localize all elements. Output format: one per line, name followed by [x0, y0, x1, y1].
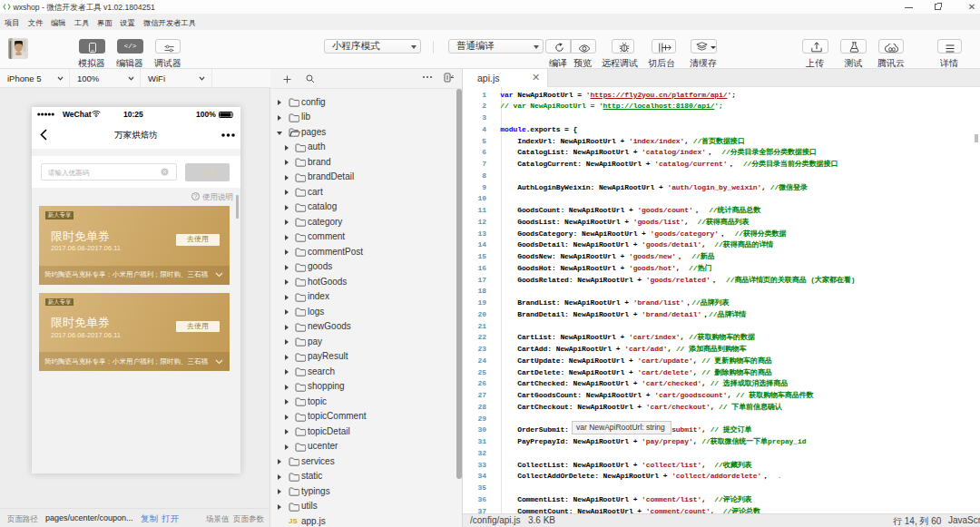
- svg-text:?: ?: [194, 193, 198, 200]
